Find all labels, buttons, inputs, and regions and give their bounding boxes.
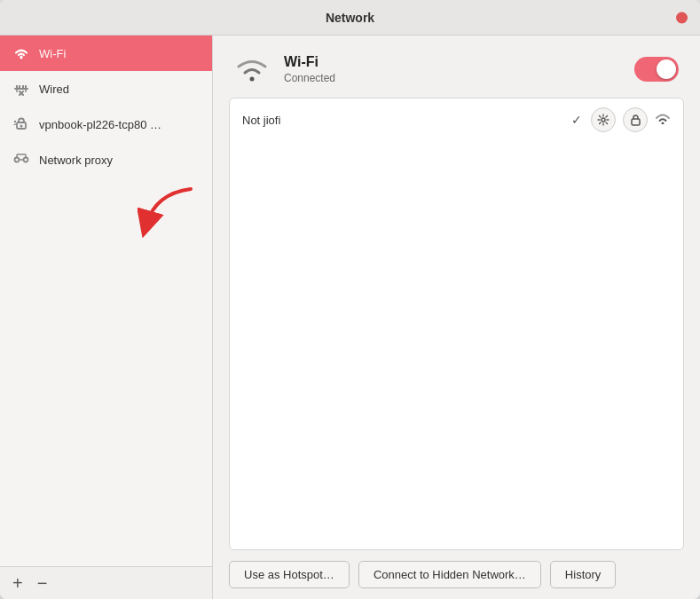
- wifi-toggle[interactable]: [634, 57, 679, 82]
- svg-point-14: [24, 158, 28, 162]
- wifi-title: Wi-Fi: [284, 54, 620, 70]
- svg-rect-4: [19, 85, 20, 88]
- svg-point-20: [602, 118, 605, 122]
- titlebar: Network: [0, 0, 700, 35]
- hotspot-button[interactable]: Use as Hotspot…: [229, 561, 350, 588]
- sidebar: Wi-Fi: [0, 35, 213, 599]
- svg-point-22: [662, 122, 665, 125]
- main-content: Wi-Fi: [0, 35, 700, 599]
- window-title: Network: [326, 11, 374, 25]
- sidebar-item-wifi[interactable]: Wi-Fi: [0, 35, 212, 71]
- remove-network-button[interactable]: −: [34, 572, 51, 594]
- network-name: Not jiofi: [242, 114, 562, 127]
- network-action-icons: [591, 107, 671, 132]
- sidebar-list: Wi-Fi: [0, 35, 212, 566]
- wifi-large-icon: [234, 51, 270, 87]
- hidden-network-button[interactable]: Connect to Hidden Network…: [358, 561, 541, 588]
- sidebar-item-vpn[interactable]: vpnbook-pl226-tcp80 …: [0, 106, 212, 142]
- connected-check: ✓: [571, 113, 582, 127]
- close-button[interactable]: [676, 12, 688, 23]
- main-header-info: Wi-Fi Connected: [284, 54, 620, 84]
- proxy-icon: [12, 151, 30, 169]
- network-list: Not jiofi ✓: [229, 98, 684, 550]
- main-footer: Use as Hotspot… Connect to Hidden Networ…: [213, 550, 700, 599]
- svg-rect-2: [16, 85, 18, 88]
- sidebar-proxy-label: Network proxy: [39, 154, 113, 167]
- network-window: Network Wi-Fi: [0, 0, 700, 599]
- history-button[interactable]: History: [550, 561, 616, 588]
- svg-point-12: [14, 121, 16, 122]
- sidebar-footer: + −: [0, 566, 212, 599]
- svg-point-13: [15, 158, 20, 162]
- sidebar-item-wired[interactable]: Wired: [0, 71, 212, 106]
- sidebar-wifi-label: Wi-Fi: [39, 47, 66, 60]
- svg-point-11: [20, 125, 23, 128]
- svg-point-19: [250, 77, 255, 82]
- svg-rect-5: [22, 85, 24, 88]
- lock-icon-button[interactable]: [623, 107, 648, 132]
- sidebar-wired-label: Wired: [39, 83, 69, 96]
- svg-point-0: [20, 57, 23, 59]
- wired-icon: [12, 80, 30, 98]
- table-row: Not jiofi ✓: [230, 99, 683, 141]
- add-network-button[interactable]: +: [9, 572, 27, 594]
- svg-rect-21: [632, 119, 640, 125]
- main-header: Wi-Fi Connected: [213, 35, 700, 98]
- wifi-icon: [12, 44, 30, 62]
- wifi-status: Connected: [284, 72, 620, 84]
- sidebar-item-proxy[interactable]: Network proxy: [0, 142, 212, 177]
- vpn-icon: [12, 115, 30, 133]
- wifi-signal-icon: [655, 112, 671, 128]
- toggle-knob: [657, 59, 676, 79]
- sidebar-vpn-label: vpnbook-pl226-tcp80 …: [39, 118, 161, 131]
- settings-icon-button[interactable]: [591, 107, 616, 132]
- main-panel: Wi-Fi Connected Not jiofi ✓: [213, 35, 700, 599]
- svg-rect-1: [14, 88, 28, 90]
- svg-rect-3: [25, 85, 27, 88]
